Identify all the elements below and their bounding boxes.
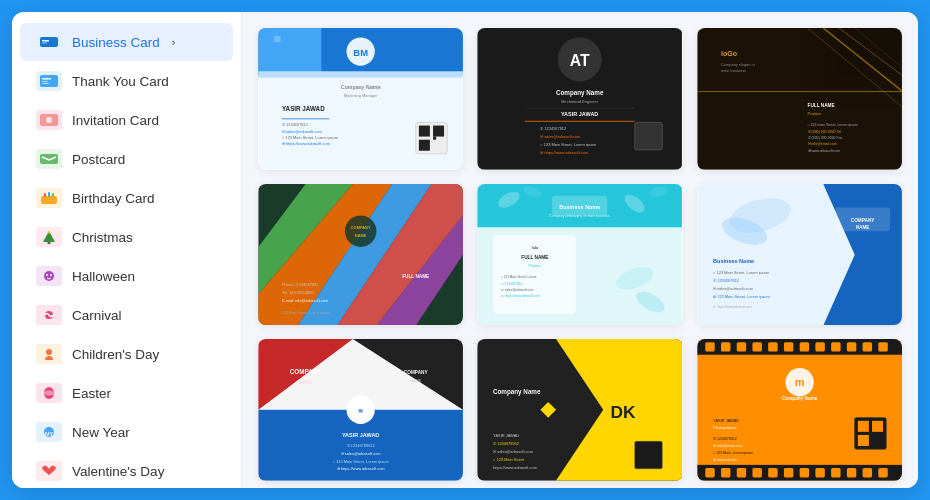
sidebar-item-valentines-day[interactable]: Valentine's Day (20, 452, 233, 488)
svg-text:COMPANY: COMPANY (404, 371, 429, 376)
svg-text:⌂ 123 Main Street, Lorem ipsum: ⌂ 123 Main Street, Lorem ipsum (713, 270, 770, 275)
svg-point-18 (46, 274, 48, 276)
svg-text:COMPANY: COMPANY (290, 369, 322, 376)
svg-rect-158 (815, 342, 824, 351)
svg-text:✆ 1234567812: ✆ 1234567812 (713, 278, 739, 283)
svg-rect-161 (862, 342, 871, 351)
svg-rect-10 (41, 196, 57, 204)
sidebar-item-childrens-day[interactable]: Children's Day (20, 335, 233, 373)
svg-text:loGo: loGo (721, 50, 738, 57)
svg-rect-163 (705, 468, 714, 477)
sidebar-label-new-year: New Year (72, 425, 130, 440)
svg-rect-171 (831, 468, 840, 477)
cards-grid: BM Company Name Marketing Manager YASIR … (258, 28, 902, 481)
sidebar-item-new-year[interactable]: NY New Year (20, 413, 233, 451)
card-template-2[interactable]: AT Company Name Mechanical Engineer YASI… (477, 28, 682, 170)
card-template-9[interactable]: m Company Name YASIR JAWAD Photographer … (697, 339, 902, 481)
svg-rect-28 (258, 28, 321, 75)
svg-rect-153 (736, 342, 745, 351)
svg-point-16 (48, 232, 50, 234)
svg-rect-9 (40, 154, 58, 164)
svg-text:main business: main business (721, 68, 746, 73)
card-template-8[interactable]: DK Company Name YASIR JAWAD ✆ 1234678912… (477, 339, 682, 481)
svg-text:Position: Position (807, 111, 821, 116)
sidebar-item-christmas[interactable]: Christmas (20, 218, 233, 256)
svg-text:✆ 1234567812: ✆ 1234567812 (282, 122, 308, 127)
carnival-icon (36, 305, 62, 325)
card-template-3[interactable]: loGo Company slogan or main business FUL… (697, 28, 902, 170)
svg-text:FULL NAME: FULL NAME (522, 254, 549, 259)
sidebar-label-valentines-day: Valentine's Day (72, 464, 164, 479)
svg-text:✉ sales@adrasoft.com: ✉ sales@adrasoft.com (341, 451, 382, 456)
svg-text:⌂ 123 Main, Lorem ipsum: ⌂ 123 Main, Lorem ipsum (713, 451, 753, 455)
svg-rect-151 (705, 342, 714, 351)
card-template-5[interactable]: Business Name Company philosophy or main… (477, 184, 682, 326)
svg-rect-187 (858, 435, 869, 446)
svg-rect-6 (42, 83, 49, 84)
svg-text:YASIR JAWAD: YASIR JAWAD (493, 434, 519, 439)
svg-text:NAME: NAME (299, 380, 313, 385)
card-template-1[interactable]: BM Company Name Marketing Manager YASIR … (258, 28, 463, 170)
svg-text:Position: Position (529, 263, 542, 267)
card-template-4[interactable]: COMPANY NAME FULL NAME Phone: (123456789… (258, 184, 463, 326)
svg-rect-0 (40, 37, 58, 47)
svg-text:Company Name: Company Name (556, 89, 604, 97)
svg-rect-12 (48, 192, 50, 197)
sidebar-label-carnival: Carnival (72, 308, 122, 323)
svg-rect-162 (878, 342, 887, 351)
svg-text:123 Main Street, Lorem ipsum: 123 Main Street, Lorem ipsum (282, 310, 329, 314)
sidebar-item-invitation-card[interactable]: Invitation Card (20, 101, 233, 139)
sidebar: Business Card › Thank You Card Invitatio… (12, 12, 242, 488)
sidebar-item-thank-you-card[interactable]: Thank You Card (20, 62, 233, 100)
svg-text:✉ sales@adrasoft.com: ✉ sales@adrasoft.com (501, 288, 534, 292)
svg-rect-169 (799, 468, 808, 477)
svg-rect-44 (433, 126, 444, 137)
svg-text:Marketing Manager: Marketing Manager (344, 93, 378, 98)
sidebar-item-easter[interactable]: Easter (20, 374, 233, 412)
svg-text:NAME: NAME (855, 224, 869, 229)
svg-rect-157 (799, 342, 808, 351)
svg-rect-13 (52, 193, 54, 197)
svg-text:E-mail: info@adrasoft.com: E-mail: info@adrasoft.com (282, 298, 329, 303)
svg-text:Company slogan or: Company slogan or (721, 62, 756, 67)
card-template-7[interactable]: ≋ COMPANY NAME COMPANY NAME YASIR JAWAD … (258, 339, 463, 481)
svg-rect-37 (282, 118, 329, 119)
svg-text:COMPANY: COMPANY (351, 224, 371, 229)
svg-text:⌂ 123 Main Street, Lorem ipsum: ⌂ 123 Main Street, Lorem ipsum (541, 142, 598, 147)
svg-rect-152 (721, 342, 730, 351)
sidebar-item-postcard[interactable]: Postcard (20, 140, 233, 178)
svg-text:Photographer: Photographer (713, 426, 737, 431)
sidebar-item-birthday-card[interactable]: Birthday Card (20, 179, 233, 217)
svg-rect-164 (721, 468, 730, 477)
svg-text:m: m (794, 376, 804, 388)
svg-text:⌂ 123 Main Street, Lorem: ⌂ 123 Main Street, Lorem (501, 275, 537, 279)
svg-rect-54 (525, 121, 635, 122)
svg-rect-167 (768, 468, 777, 477)
svg-text:Company Name: Company Name (782, 397, 818, 402)
svg-rect-46 (433, 137, 436, 140)
svg-text:⊕ 123 Main Street, Lorem ipsum: ⊕ 123 Main Street, Lorem ipsum (713, 294, 770, 299)
sidebar-label-invitation-card: Invitation Card (72, 113, 159, 128)
svg-text:✆ 1234567812: ✆ 1234567812 (501, 281, 523, 285)
svg-text:✉ sales@adrasoft.com: ✉ sales@adrasoft.com (282, 129, 323, 134)
svg-text:⊕ https://www.adrasoft.com: ⊕ https://www.adrasoft.com (282, 141, 331, 146)
svg-text:DK: DK (611, 402, 636, 422)
svg-text:✆ (000) 000-0000 Fax: ✆ (000) 000-0000 Fax (807, 136, 842, 140)
svg-rect-1 (42, 40, 49, 42)
sidebar-item-carnival[interactable]: Carnival (20, 296, 233, 334)
svg-text:Mechanical Engineer: Mechanical Engineer (562, 99, 599, 104)
sidebar-item-halloween[interactable]: Halloween (20, 257, 233, 295)
svg-point-23 (44, 391, 54, 396)
svg-text:✉ info@email.com: ✉ info@email.com (713, 444, 742, 448)
svg-rect-68 (697, 91, 902, 92)
svg-text:Phone: (123456789): Phone: (123456789) (282, 282, 318, 287)
svg-rect-159 (831, 342, 840, 351)
card-template-6[interactable]: COMPANY NAME Business Name ⌂ 123 Main St… (697, 184, 902, 326)
sidebar-item-business-card[interactable]: Business Card › (20, 23, 233, 61)
svg-text:lala: lala (532, 244, 539, 249)
svg-text:Company Name: Company Name (341, 84, 381, 90)
svg-rect-59 (635, 122, 663, 150)
svg-point-19 (50, 274, 52, 276)
svg-rect-155 (768, 342, 777, 351)
svg-text:✉ info@email.com: ✉ info@email.com (807, 142, 836, 146)
